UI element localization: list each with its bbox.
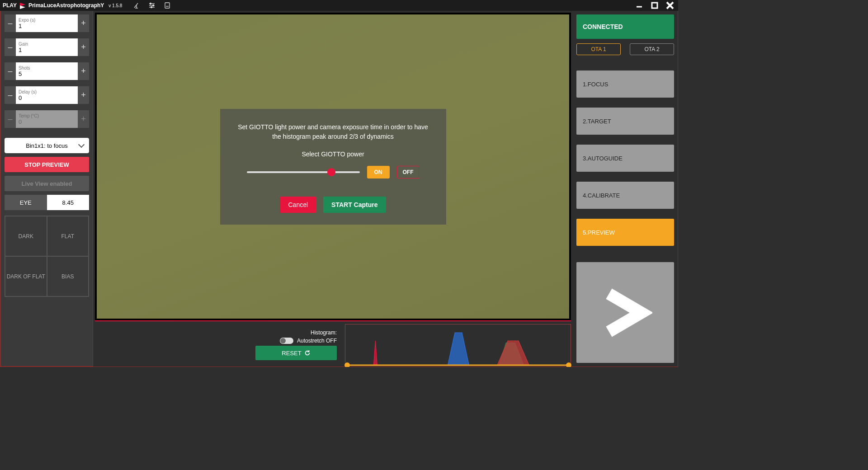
expo-decrement[interactable]: – (5, 14, 16, 32)
histogram-range-slider[interactable] (347, 362, 569, 367)
histogram-chart (345, 324, 571, 366)
control-delay: –Delay (s)0+ (5, 86, 89, 104)
stop-preview-button[interactable]: STOP PREVIEW (5, 157, 89, 172)
hist-knob-max[interactable] (566, 362, 571, 367)
shots-increment[interactable]: + (78, 62, 89, 80)
title-bar: PLAY PrimaLuceAstrophotographY v 1.5.8 (0, 0, 678, 11)
modal-select-label: Select GIOTTO power (234, 150, 433, 158)
eye-row: EYE 8.45 (5, 195, 89, 210)
svg-point-10 (151, 7, 152, 8)
delay-decrement[interactable]: – (5, 86, 16, 104)
tab-ota1[interactable]: OTA 1 (576, 43, 621, 55)
shots-decrement[interactable]: – (5, 62, 16, 80)
sliders-icon[interactable] (148, 2, 156, 9)
control-gain: –Gain1+ (5, 38, 89, 56)
expo-field[interactable]: Expo (s)1 (16, 14, 78, 32)
step-3[interactable]: 3.AUTOGUIDE (576, 145, 674, 172)
temp-decrement: – (5, 110, 16, 128)
giotto-on-button[interactable]: ON (367, 166, 390, 179)
gain-decrement[interactable]: – (5, 38, 16, 56)
expo-increment[interactable]: + (78, 14, 89, 32)
calib-bias[interactable]: BIAS (47, 256, 89, 296)
reset-button[interactable]: RESET (255, 346, 337, 360)
step-4[interactable]: 4.CALIBRATE (576, 182, 674, 209)
histogram-label: Histogram: (311, 329, 337, 336)
binning-select[interactable]: Bin1x1: to focus (5, 138, 89, 153)
gain-value: 1 (19, 47, 75, 53)
delay-label: Delay (s) (19, 89, 75, 94)
tab-ota2[interactable]: OTA 2 (630, 43, 674, 55)
svg-line-2 (134, 3, 138, 8)
center-panel: Set GIOTTO light power and camera exposu… (93, 11, 573, 367)
gain-increment[interactable]: + (78, 38, 89, 56)
telescope-icon[interactable] (133, 2, 140, 9)
binning-value: Bin1x1: to focus (26, 142, 68, 149)
live-view-button: Live View enabled (5, 176, 89, 191)
calibration-grid: DARK FLAT DARK OF FLAT BIAS (5, 216, 89, 297)
delay-value: 0 (19, 94, 75, 101)
calib-dark[interactable]: DARK (5, 216, 47, 256)
calib-flat[interactable]: FLAT (47, 216, 89, 256)
temp-label: Temp (°C) (19, 113, 75, 118)
eye-label: EYE (5, 195, 47, 210)
temp-field: Temp (°C)0 (16, 110, 78, 128)
image-viewport[interactable]: Set GIOTTO light power and camera exposu… (95, 13, 571, 321)
cancel-button[interactable]: Cancel (280, 197, 316, 213)
shots-value: 5 (19, 70, 75, 77)
left-panel: –Expo (s)1+–Gain1+–Shots5+–Delay (s)0+–T… (0, 11, 93, 367)
save-icon[interactable] (164, 2, 171, 9)
control-temp: –Temp (°C)0+ (5, 110, 89, 128)
svg-rect-14 (652, 3, 657, 8)
expo-label: Expo (s) (19, 18, 75, 23)
start-capture-button[interactable]: START Capture (323, 197, 386, 213)
close-button[interactable] (665, 0, 675, 11)
play-prefix: PLAY (3, 2, 17, 9)
big-play-button[interactable] (576, 262, 674, 363)
delay-increment[interactable]: + (78, 86, 89, 104)
autostretch-label: Autostretch OFF (297, 338, 337, 344)
connected-status[interactable]: CONNECTED (576, 14, 674, 39)
expo-value: 1 (19, 23, 75, 29)
app-version: v 1.5.8 (108, 3, 122, 8)
svg-marker-20 (497, 341, 529, 365)
minimize-button[interactable] (634, 0, 645, 11)
app-logo-icon (19, 2, 26, 9)
svg-marker-17 (373, 341, 377, 365)
gain-label: Gain (19, 42, 75, 47)
maximize-button[interactable] (649, 0, 660, 11)
delay-field[interactable]: Delay (s)0 (16, 86, 78, 104)
slider-knob[interactable] (327, 168, 335, 176)
giotto-modal: Set GIOTTO light power and camera exposu… (220, 109, 446, 225)
temp-value: 0 (19, 118, 75, 125)
svg-point-9 (153, 5, 154, 6)
control-expo: –Expo (s)1+ (5, 14, 89, 32)
app-title: PrimaLuceAstrophotographY (28, 2, 104, 9)
calib-dark-of-flat[interactable]: DARK OF FLAT (5, 256, 47, 296)
svg-rect-11 (165, 3, 170, 8)
hist-knob-min[interactable] (344, 362, 350, 367)
step-2[interactable]: 2.TARGET (576, 108, 674, 135)
right-panel: CONNECTED OTA 1 OTA 2 1.FOCUS2.TARGET3.A… (573, 11, 678, 367)
modal-instruction: Set GIOTTO light power and camera exposu… (234, 122, 433, 141)
control-shots: –Shots5+ (5, 62, 89, 80)
svg-marker-18 (448, 333, 469, 365)
footer: Histogram: Autostretch OFF RESET (93, 323, 573, 367)
autostretch-toggle[interactable] (280, 338, 293, 344)
eye-value: 8.45 (47, 195, 90, 210)
shots-field[interactable]: Shots5 (16, 62, 78, 80)
giotto-off-button[interactable]: OFF (397, 166, 420, 179)
step-1[interactable]: 1.FOCUS (576, 70, 674, 98)
shots-label: Shots (19, 66, 75, 70)
step-5[interactable]: 5.PREVIEW (576, 219, 674, 246)
gain-field[interactable]: Gain1 (16, 38, 78, 56)
temp-increment: + (78, 110, 89, 128)
svg-point-8 (150, 3, 151, 5)
giotto-power-slider[interactable] (247, 171, 360, 173)
svg-marker-1 (20, 5, 25, 9)
